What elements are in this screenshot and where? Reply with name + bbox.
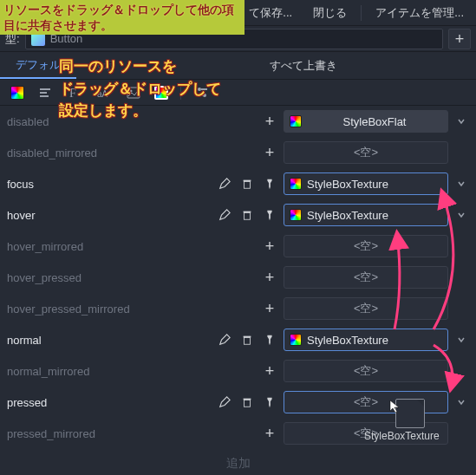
rename-icon[interactable] (216, 175, 233, 192)
rename-icon[interactable] (216, 331, 233, 348)
property-row-disabled_mirrored: disabled_mirrored+<空> (0, 137, 476, 168)
property-label: hover_pressed_mirrored (7, 303, 256, 316)
svg-rect-15 (245, 337, 251, 344)
resource-icon (290, 115, 302, 127)
dropdown-caret-icon[interactable] (453, 329, 469, 351)
property-row-hover_pressed_mirrored: hover_pressed_mirrored+<空> (0, 293, 476, 324)
delete-icon[interactable] (238, 175, 256, 192)
svg-rect-2 (40, 95, 49, 97)
property-row-normal: normalStyleBoxTexture (0, 324, 476, 355)
rename-icon[interactable] (216, 394, 233, 411)
add-override-icon[interactable]: + (261, 300, 278, 317)
resource-slot[interactable]: StyleBoxTexture (284, 172, 448, 195)
property-row-normal_mirrored: normal_mirrored+<空> (0, 355, 476, 387)
slot-label: <空> (354, 238, 378, 254)
delete-icon[interactable] (238, 394, 256, 411)
add-override-icon[interactable]: + (261, 144, 278, 161)
annotation-line: 設定します。 (59, 100, 221, 122)
close-button[interactable]: 閉じる (306, 2, 354, 24)
pin-icon[interactable] (261, 331, 278, 348)
resource-slot[interactable]: StyleBoxTexture (284, 204, 448, 226)
drag-preview-label: StyleBoxTexture (364, 430, 440, 442)
svg-rect-16 (244, 336, 251, 338)
manage-items-button[interactable]: アイテムを管理... (368, 2, 471, 24)
property-label: hover (7, 209, 211, 222)
resource-slot[interactable]: <空> (284, 360, 448, 382)
slot-label: StyleBoxTexture (307, 209, 388, 222)
annotation-tooltip-drag: 同一のリソースを ドラッグ＆ドロップして 設定します。 (59, 55, 221, 122)
dropdown-caret-icon[interactable] (453, 110, 469, 133)
property-label: normal (7, 334, 211, 347)
add-override-icon[interactable]: + (261, 113, 278, 130)
property-label: disabled_mirrored (7, 146, 256, 159)
resource-slot[interactable]: StyleBoxFlat (284, 110, 448, 133)
pin-icon[interactable] (261, 206, 278, 224)
svg-rect-0 (40, 88, 50, 90)
slot-label: <空> (354, 145, 378, 160)
color-filter-icon[interactable] (10, 86, 24, 100)
slot-label: <空> (354, 270, 378, 285)
slot-label: <空> (354, 394, 378, 410)
footer-add-label: 追加 (0, 456, 476, 472)
resource-slot[interactable]: <空> (284, 297, 448, 320)
property-label: normal_mirrored (7, 365, 256, 378)
mouse-cursor-icon (388, 399, 402, 413)
delete-icon[interactable] (238, 206, 256, 224)
property-rows: disabled+StyleBoxFlatdisabled_mirrored+<… (0, 106, 476, 449)
property-row-focus: focusStyleBoxTexture (0, 168, 476, 199)
annotation-tooltip-share: リソースをドラッグ＆ドロップして他の項目に共有させます。 (0, 0, 245, 35)
pin-icon[interactable] (261, 175, 278, 192)
svg-rect-1 (40, 92, 47, 94)
annotation-line: 同一のリソースを (59, 55, 221, 78)
property-label: hover_pressed (7, 271, 256, 284)
pin-icon[interactable] (261, 394, 278, 411)
svg-rect-13 (245, 212, 251, 219)
slot-label: <空> (354, 363, 378, 379)
rename-icon[interactable] (216, 206, 233, 224)
dropdown-caret-icon[interactable] (453, 172, 469, 195)
svg-rect-17 (245, 400, 251, 407)
slot-label: StyleBoxFlat (307, 115, 442, 128)
property-row-hover_pressed: hover_pressed+<空> (0, 262, 476, 293)
svg-rect-11 (245, 181, 251, 188)
delete-icon[interactable] (238, 331, 256, 348)
resource-slot[interactable]: StyleBoxTexture (284, 329, 448, 351)
slot-label: <空> (354, 301, 378, 316)
add-override-icon[interactable]: + (261, 362, 278, 380)
property-row-hover_mirrored: hover_mirrored+<空> (0, 231, 476, 262)
resource-icon (290, 334, 302, 346)
resource-slot[interactable]: <空> (284, 266, 448, 289)
resource-slot[interactable]: <空> (284, 235, 448, 257)
property-label: focus (7, 178, 211, 191)
property-label: hover_mirrored (7, 240, 256, 253)
add-override-icon[interactable]: + (261, 269, 278, 286)
property-label: pressed_mirrored (7, 427, 256, 440)
dropdown-caret-icon[interactable] (453, 204, 469, 226)
add-override-icon[interactable]: + (261, 425, 278, 442)
svg-rect-14 (244, 211, 251, 213)
annotation-line: ドラッグ＆ドロップして (59, 78, 221, 101)
slot-label: StyleBoxTexture (307, 178, 388, 191)
constants-filter-icon[interactable] (36, 84, 54, 101)
slot-label: StyleBoxTexture (307, 334, 388, 347)
resource-slot[interactable]: <空> (284, 141, 448, 164)
save-button[interactable]: て保存... (242, 2, 299, 24)
property-label: pressed (7, 396, 211, 409)
resource-icon (290, 209, 302, 221)
svg-rect-18 (244, 399, 251, 400)
svg-rect-12 (244, 180, 251, 182)
divider (361, 5, 362, 21)
resource-icon (290, 178, 302, 190)
dropdown-caret-icon[interactable] (453, 391, 469, 413)
add-type-button[interactable]: + (448, 29, 471, 49)
add-override-icon[interactable]: + (261, 238, 278, 255)
property-row-hover: hoverStyleBoxTexture (0, 199, 476, 231)
